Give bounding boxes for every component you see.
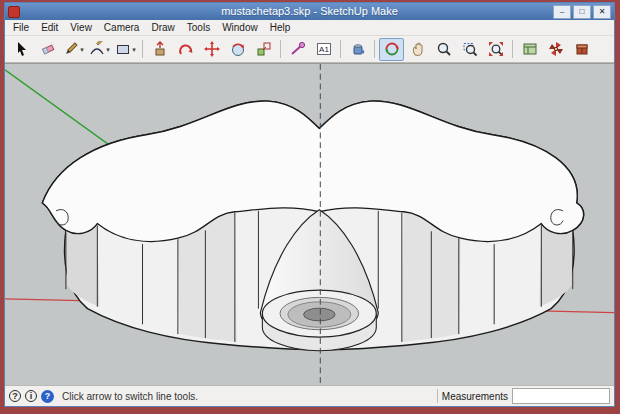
eraser-icon — [40, 41, 56, 57]
pan-tool-button[interactable] — [405, 38, 430, 61]
text-a1-icon: A1 — [316, 41, 332, 57]
sketchup-app-icon — [8, 6, 20, 18]
magnifier-window-icon — [462, 41, 478, 57]
sketchup-window: mustachetap3.skp - SketchUp Make – □ ✕ F… — [4, 2, 615, 407]
dropdown-arrow-icon[interactable]: ▾ — [80, 46, 84, 53]
menu-edit[interactable]: Edit — [35, 20, 64, 35]
toolbar-separator — [340, 40, 341, 58]
materials-box-icon — [574, 41, 590, 57]
move-arrows-icon — [204, 41, 220, 57]
tape-measure-icon — [290, 41, 306, 57]
status-bar: ? i ? Click arrow to switch line tools. … — [5, 385, 614, 406]
materials-button[interactable] — [569, 38, 594, 61]
rectangle-icon — [115, 41, 131, 57]
close-button[interactable]: ✕ — [593, 5, 611, 19]
menu-help[interactable]: Help — [264, 20, 297, 35]
menu-window[interactable]: Window — [216, 20, 264, 35]
menu-draw[interactable]: Draw — [145, 20, 180, 35]
dropdown-arrow-icon[interactable]: ▾ — [132, 46, 136, 53]
toolbar-separator — [280, 40, 281, 58]
eraser-tool-button[interactable] — [35, 38, 60, 61]
magnifier-extents-icon — [488, 41, 504, 57]
menu-file[interactable]: File — [7, 20, 35, 35]
viewport[interactable] — [5, 63, 614, 385]
move-tool-button[interactable] — [199, 38, 224, 61]
magnifier-icon — [436, 41, 452, 57]
statusbar-divider — [437, 389, 438, 403]
title-bar[interactable]: mustachetap3.skp - SketchUp Make – □ ✕ — [5, 3, 614, 20]
geolocation-circle-icon[interactable]: ? — [41, 390, 54, 403]
scale-tool-button[interactable] — [251, 38, 276, 61]
help-circle-icon[interactable]: ? — [9, 390, 21, 402]
paint-bucket-icon — [350, 41, 366, 57]
arrow-cursor-icon — [14, 41, 30, 57]
window-title: mustachetap3.skp - SketchUp Make — [5, 3, 614, 20]
model-canvas[interactable] — [5, 64, 614, 385]
component-pinwheel-icon — [548, 41, 564, 57]
orbit-arrows-icon — [384, 41, 400, 57]
shape-tool-button[interactable]: ▾ — [113, 38, 138, 61]
minimize-button[interactable]: – — [553, 5, 571, 19]
line-tool-button[interactable]: ▾ — [61, 38, 86, 61]
cylinder-hole — [304, 308, 335, 321]
zoom-window-tool-button[interactable] — [457, 38, 482, 61]
text-tool-button[interactable]: A1 — [311, 38, 336, 61]
status-hint-text: Click arrow to switch line tools. — [62, 391, 198, 402]
maximize-button[interactable]: □ — [573, 5, 591, 19]
zoom-tool-button[interactable] — [431, 38, 456, 61]
model-info-button[interactable] — [517, 38, 542, 61]
push-pull-box-icon — [152, 41, 168, 57]
tape-measure-tool-button[interactable] — [285, 38, 310, 61]
offset-arc-icon — [178, 41, 194, 57]
rotate-arrows-icon — [230, 41, 246, 57]
pan-hand-icon — [410, 41, 426, 57]
measurements-label: Measurements — [442, 391, 508, 402]
zoom-extents-tool-button[interactable] — [483, 38, 508, 61]
select-tool-button[interactable] — [9, 38, 34, 61]
components-button[interactable] — [543, 38, 568, 61]
menu-view[interactable]: View — [64, 20, 98, 35]
paint-bucket-tool-button[interactable] — [345, 38, 370, 61]
orbit-tool-button[interactable] — [379, 38, 404, 61]
toolbar: ▾ ▾ ▾ A1 — [5, 36, 614, 63]
info-circle-icon[interactable]: i — [25, 390, 37, 402]
push-pull-tool-button[interactable] — [147, 38, 172, 61]
scale-boxes-icon — [256, 41, 272, 57]
menu-bar: File Edit View Camera Draw Tools Window … — [5, 20, 614, 36]
svg-text:A1: A1 — [319, 45, 329, 54]
model-info-panel-icon — [522, 41, 538, 57]
toolbar-separator — [374, 40, 375, 58]
offset-tool-button[interactable] — [173, 38, 198, 61]
pencil-icon — [63, 41, 79, 57]
rotate-tool-button[interactable] — [225, 38, 250, 61]
toolbar-separator — [142, 40, 143, 58]
menu-camera[interactable]: Camera — [98, 20, 146, 35]
toolbar-separator — [512, 40, 513, 58]
dropdown-arrow-icon[interactable]: ▾ — [106, 46, 110, 53]
arc-tool-button[interactable]: ▾ — [87, 38, 112, 61]
menu-tools[interactable]: Tools — [181, 20, 216, 35]
measurements-input[interactable] — [512, 388, 610, 404]
pencil-arc-icon — [89, 41, 105, 57]
